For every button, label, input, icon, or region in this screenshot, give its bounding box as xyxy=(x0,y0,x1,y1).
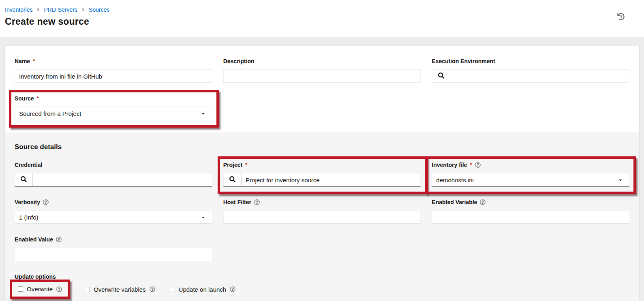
question-circle-icon[interactable] xyxy=(230,286,235,292)
execution-environment-search-button[interactable] xyxy=(432,70,450,83)
enabled-value-field-group: Enabled Value xyxy=(15,236,212,261)
host-filter-field-group: Host Filter xyxy=(223,199,421,224)
update-on-launch-checkbox-label: Update on launch xyxy=(179,286,227,293)
question-circle-icon[interactable] xyxy=(56,237,62,242)
description-label: Description xyxy=(223,58,421,64)
page-title: Create new source xyxy=(5,16,634,27)
execution-environment-input[interactable] xyxy=(450,70,629,83)
overwrite-variables-checkbox-item[interactable]: Overwrite variables xyxy=(85,286,155,293)
required-asterisk: * xyxy=(33,58,35,64)
source-details-section: Source details Credential xyxy=(5,132,639,301)
question-circle-icon[interactable] xyxy=(480,199,486,205)
enabled-variable-label: Enabled Variable xyxy=(432,199,629,205)
inventory-file-label: Inventory file * xyxy=(432,162,629,168)
enabled-variable-input[interactable] xyxy=(432,211,629,224)
inventory-file-select-value: demohosts.ini xyxy=(436,177,474,184)
source-select-value: Sourced from a Project xyxy=(19,110,81,117)
required-asterisk: * xyxy=(36,96,39,101)
overwrite-checkbox-item[interactable]: Overwrite xyxy=(18,286,62,292)
verbosity-select[interactable]: 1 (Info) xyxy=(15,210,212,224)
question-circle-icon[interactable] xyxy=(43,199,49,205)
question-circle-icon[interactable] xyxy=(150,286,155,292)
verbosity-field-group: Verbosity 1 (Info) xyxy=(15,199,212,224)
credential-input[interactable] xyxy=(33,173,212,186)
project-input[interactable] xyxy=(242,173,420,186)
source-field-cell: Source * Sourced from a Project xyxy=(15,95,212,120)
breadcrumb-inventories[interactable]: Inventories xyxy=(5,6,32,13)
source-select[interactable]: Sourced from a Project xyxy=(15,107,212,120)
inventory-file-field-group: Inventory file * demohosts.ini xyxy=(432,162,629,187)
angle-right-icon xyxy=(81,7,85,12)
update-options-label: Update options xyxy=(15,273,629,280)
page-header: Inventories PRD-Servers Sources Create n… xyxy=(0,0,644,37)
project-annotation-box: Project * xyxy=(218,156,428,194)
enabled-variable-field-group: Enabled Variable xyxy=(432,199,629,224)
project-field-group: Project * xyxy=(223,162,421,187)
question-circle-icon[interactable] xyxy=(254,199,260,205)
source-annotation-box: Source * Sourced from a Project xyxy=(9,90,219,128)
inventory-file-annotation-box: Inventory file * demohosts.ini xyxy=(426,156,636,194)
name-label: Name * xyxy=(15,58,212,64)
enabled-value-input[interactable] xyxy=(15,248,212,261)
question-circle-icon[interactable] xyxy=(56,286,62,292)
create-source-form-card: Name * Description xyxy=(5,46,639,301)
breadcrumb-prd-servers[interactable]: PRD-Servers xyxy=(44,6,77,13)
history-icon xyxy=(617,15,625,21)
verbosity-label: Verbosity xyxy=(15,199,212,205)
update-on-launch-checkbox-item[interactable]: Update on launch xyxy=(170,286,236,293)
project-label: Project * xyxy=(223,162,421,168)
source-field-group: Source * Sourced from a Project xyxy=(15,95,212,120)
angle-right-icon xyxy=(36,7,40,12)
caret-down-icon xyxy=(618,178,623,182)
search-icon xyxy=(438,73,444,80)
project-search-button[interactable] xyxy=(224,173,242,186)
overwrite-variables-checkbox-label: Overwrite variables xyxy=(94,286,145,293)
credential-field-group: Credential xyxy=(15,162,212,187)
host-filter-label: Host Filter xyxy=(223,199,421,205)
search-icon xyxy=(229,176,235,184)
execution-environment-field-group: Execution Environment xyxy=(432,58,629,83)
inventory-file-select[interactable]: demohosts.ini xyxy=(432,173,629,187)
breadcrumb-sources[interactable]: Sources xyxy=(89,6,109,13)
update-on-launch-checkbox[interactable] xyxy=(170,287,175,292)
source-details-heading: Source details xyxy=(15,143,629,151)
name-input[interactable] xyxy=(15,70,212,83)
description-field-group: Description xyxy=(223,58,421,83)
breadcrumb: Inventories PRD-Servers Sources xyxy=(5,6,634,13)
history-button[interactable] xyxy=(616,12,625,22)
question-circle-icon[interactable] xyxy=(475,162,481,168)
form-top-section: Name * Description xyxy=(5,46,639,132)
inventory-file-field-cell: Inventory file * demohosts.ini xyxy=(432,162,629,187)
overwrite-checkbox[interactable] xyxy=(18,286,23,292)
verbosity-select-value: 1 (Info) xyxy=(19,214,39,221)
credential-search-button[interactable] xyxy=(15,173,33,186)
caret-down-icon xyxy=(201,215,205,220)
enabled-value-label: Enabled Value xyxy=(15,236,212,243)
overwrite-annotation-box: Overwrite xyxy=(10,280,70,299)
project-field-cell: Project * xyxy=(223,162,421,187)
description-input[interactable] xyxy=(224,70,421,83)
name-field-group: Name * xyxy=(15,58,212,83)
update-options-group: Update options Overwrite Overwrite varia… xyxy=(15,273,629,293)
overwrite-checkbox-label: Overwrite xyxy=(27,286,53,292)
credential-label: Credential xyxy=(15,162,212,168)
required-asterisk: * xyxy=(245,162,247,167)
caret-down-icon xyxy=(201,111,205,116)
search-icon xyxy=(21,176,27,184)
main-content: Name * Description xyxy=(0,37,644,301)
host-filter-input[interactable] xyxy=(224,211,421,224)
execution-environment-label: Execution Environment xyxy=(432,58,629,64)
source-label: Source * xyxy=(15,95,212,102)
overwrite-variables-checkbox[interactable] xyxy=(85,287,90,292)
required-asterisk: * xyxy=(470,162,472,167)
